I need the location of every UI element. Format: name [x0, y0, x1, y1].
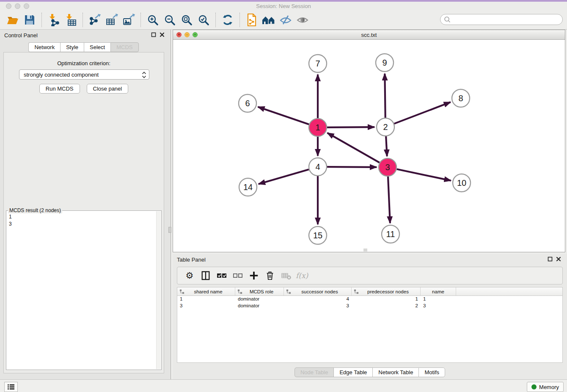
delete-column-icon[interactable] [264, 270, 276, 282]
graph-edge-1-6[interactable] [258, 107, 309, 124]
function-builder-icon: f(x) [296, 270, 308, 282]
close-panel-icon[interactable] [160, 32, 165, 37]
network-window-titlebar[interactable]: ✕ − + scc.txt [173, 30, 565, 40]
table-cell[interactable]: dominator [235, 296, 284, 303]
mcds-result-scrollbar[interactable] [156, 211, 161, 369]
dropdown-spinner-icon [141, 71, 147, 80]
float-table-panel-icon[interactable] [548, 257, 553, 262]
tab-network[interactable]: Network [28, 42, 60, 52]
memory-button[interactable]: Memory [527, 382, 564, 392]
task-history-button[interactable] [4, 382, 18, 392]
import-table-icon[interactable] [63, 13, 78, 27]
mcds-result-box: MCDS result (2 nodes) 13 [6, 210, 162, 370]
zoom-selected-icon[interactable] [196, 13, 211, 27]
table-toolbar: ⚙ f(x) [177, 267, 563, 284]
graph-edge-3-11[interactable] [388, 177, 390, 223]
optimization-criterion-label: Optimization criterion: [4, 60, 164, 66]
control-panel-title: Control Panel [4, 32, 38, 39]
memory-status-icon [531, 384, 537, 389]
mcds-tab-content: Optimization criterion: strongly connect… [3, 52, 164, 373]
run-mcds-button[interactable]: Run MCDS [39, 84, 80, 94]
column-header-name[interactable]: name [421, 287, 456, 295]
control-panel-tabs: NetworkStyleSelectMCDS [0, 42, 167, 52]
zoom-in-icon[interactable] [146, 13, 160, 27]
search-text-field[interactable] [451, 17, 562, 23]
graph-edge-3-10[interactable] [397, 169, 451, 181]
column-header-successor-nodes[interactable]: successor nodes [284, 287, 352, 295]
memory-label: Memory [539, 384, 559, 390]
toolbar-separator [41, 13, 42, 27]
show-columns-icon[interactable] [199, 270, 212, 282]
graph-edge-4-3[interactable] [327, 167, 377, 167]
search-input[interactable] [440, 14, 563, 25]
float-panel-icon[interactable] [151, 32, 156, 37]
copy-network-icon[interactable] [245, 13, 259, 27]
table-cell[interactable]: 4 [284, 296, 352, 303]
add-column-icon[interactable] [248, 270, 260, 282]
graph-edge-2-8[interactable] [394, 102, 451, 124]
graph-edge-2-3[interactable] [386, 136, 387, 156]
network-graph-canvas[interactable]: 7968124314101511 [173, 40, 565, 252]
unselect-all-columns-icon[interactable] [231, 270, 244, 282]
table-cell[interactable]: 3 [284, 303, 352, 309]
import-network-icon[interactable] [47, 13, 61, 27]
tab-mcds[interactable]: MCDS [110, 42, 138, 52]
save-session-icon[interactable] [22, 13, 37, 27]
tab-node-table[interactable]: Node Table [295, 367, 334, 377]
close-table-panel-icon[interactable] [556, 257, 561, 262]
toolbar-separator [140, 13, 141, 27]
table-cell[interactable]: 1 [177, 296, 235, 303]
toolbar-separator [215, 13, 216, 27]
graph-node-label: 15 [313, 231, 322, 240]
table-row[interactable]: 3dominator323 [177, 303, 562, 309]
graph-edge-3-1[interactable] [328, 133, 380, 163]
delete-table-icon [280, 270, 292, 282]
first-neighbors-icon[interactable] [261, 13, 276, 27]
node-table[interactable]: shared nameMCDS rolesuccessor nodesprede… [177, 287, 563, 363]
zoom-fit-icon[interactable] [179, 13, 194, 27]
table-row[interactable]: 1dominator411 [177, 296, 562, 303]
graph-node-label: 8 [458, 94, 463, 103]
export-table-icon[interactable] [105, 13, 119, 27]
column-header-shared-name[interactable]: shared name [177, 287, 235, 295]
network-scrollbar-thumb[interactable] [363, 248, 367, 251]
export-image-icon[interactable] [121, 13, 136, 27]
table-cell[interactable]: 1 [352, 296, 421, 303]
table-cell[interactable]: 2 [352, 303, 421, 309]
control-panel: Control Panel NetworkStyleSelectMCDS Opt… [0, 30, 171, 379]
show-all-icon[interactable] [295, 13, 310, 27]
mcds-result-text[interactable]: 13 [6, 213, 156, 369]
main-toolbar [0, 10, 567, 30]
search-icon [444, 16, 451, 23]
open-session-icon[interactable] [6, 13, 20, 27]
column-header-MCDS-role[interactable]: MCDS role [235, 287, 284, 295]
mcds-result-line: 3 [9, 221, 154, 228]
graph-node-label: 2 [383, 122, 388, 132]
close-panel-button[interactable]: Close panel [87, 84, 129, 94]
table-cell[interactable]: 3 [177, 303, 235, 309]
graph-node-label: 4 [315, 162, 320, 171]
graph-edge-2-9[interactable] [385, 74, 385, 118]
hide-selected-icon[interactable] [278, 13, 293, 27]
table-cell[interactable]: 3 [421, 303, 456, 309]
network-view-window: ✕ − + scc.txt 7968124314101511 [173, 30, 565, 252]
apply-layout-icon[interactable] [220, 13, 235, 27]
table-cell[interactable]: dominator [235, 303, 284, 309]
tab-select[interactable]: Select [84, 42, 110, 52]
panel-divider-handle[interactable] [168, 227, 171, 233]
column-header-predecessor-nodes[interactable]: predecessor nodes [352, 287, 421, 295]
tab-edge-table[interactable]: Edge Table [333, 367, 372, 377]
table-options-icon[interactable]: ⚙ [183, 270, 196, 282]
table-cell[interactable]: 1 [421, 296, 456, 303]
graph-node-label: 7 [315, 59, 320, 68]
criterion-dropdown[interactable]: strongly connected component [19, 69, 149, 80]
control-panel-header: Control Panel [0, 30, 171, 41]
tab-style[interactable]: Style [60, 42, 84, 52]
tab-motifs[interactable]: Motifs [418, 367, 445, 377]
zoom-out-icon[interactable] [162, 13, 177, 27]
graph-edge-1-2[interactable] [327, 127, 374, 127]
export-network-icon[interactable] [88, 13, 102, 27]
tab-network-table[interactable]: Network Table [372, 367, 418, 377]
select-all-columns-icon[interactable] [215, 270, 228, 282]
graph-edge-4-14[interactable] [259, 169, 309, 184]
